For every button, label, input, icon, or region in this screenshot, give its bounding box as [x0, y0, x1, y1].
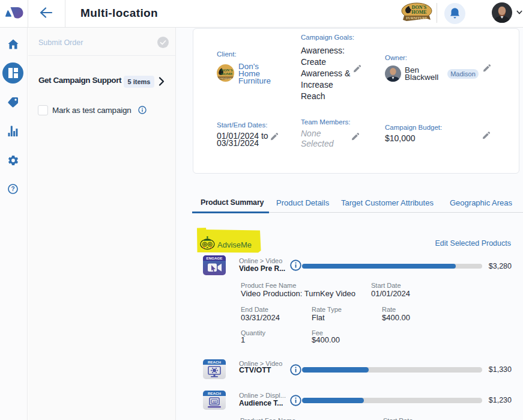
- svg-text:REACH: REACH: [208, 391, 222, 395]
- svg-text:FURNITURE: FURNITURE: [406, 16, 428, 20]
- svg-text:FURNITURE: FURNITURE: [218, 77, 234, 80]
- svg-text:HOME: HOME: [411, 10, 426, 15]
- svg-text:ENGAGE: ENGAGE: [207, 256, 223, 260]
- svg-text:REACH: REACH: [208, 360, 222, 364]
- svg-text:?: ?: [11, 186, 14, 192]
- svg-text:AD: AD: [213, 401, 217, 404]
- svg-text:HOME: HOME: [220, 72, 232, 76]
